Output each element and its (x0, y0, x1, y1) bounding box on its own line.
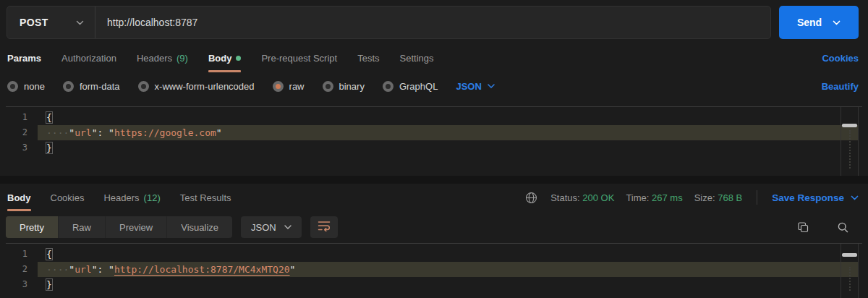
response-body-editor[interactable]: 1 { 2 ····"url": "http://localhost:8787/… (6, 243, 862, 298)
search-icon[interactable] (837, 221, 849, 234)
response-tab-body-label: Body (7, 192, 31, 203)
radio-selected-icon[interactable] (273, 81, 284, 92)
save-response-button[interactable]: Save Response (772, 192, 859, 203)
code-line[interactable]: 3 } (6, 140, 862, 156)
view-mode-pretty[interactable]: Pretty (6, 216, 59, 238)
response-language-label: JSON (251, 222, 276, 233)
method-label: POST (20, 17, 48, 28)
chevron-down-icon (851, 195, 859, 200)
body-type-form-data-label: form-data (80, 81, 120, 92)
chevron-down-icon (488, 84, 495, 88)
view-mode-raw[interactable]: Raw (59, 216, 106, 238)
body-type-none[interactable]: none (7, 81, 45, 92)
body-type-form-data[interactable]: form-data (63, 81, 120, 92)
body-type-raw-label: raw (289, 81, 305, 92)
view-mode-preview-label: Preview (119, 222, 153, 233)
response-tab-cookies-label: Cookies (51, 192, 85, 203)
code-line: 3 } (6, 277, 862, 292)
body-type-urlencoded-label: x-www-form-urlencoded (155, 81, 255, 92)
radio-icon[interactable] (383, 81, 393, 92)
response-tab-cookies[interactable]: Cookies (51, 184, 85, 211)
chevron-down-icon (76, 20, 84, 25)
quote: " (290, 264, 296, 275)
cookies-link[interactable]: Cookies (822, 53, 859, 64)
chevron-down-icon[interactable] (833, 20, 841, 25)
view-mode-visualize[interactable]: Visualize (167, 216, 232, 238)
body-type-graphql[interactable]: GraphQL (383, 81, 438, 92)
tab-body-label: Body (208, 53, 232, 64)
copy-icon[interactable] (797, 221, 809, 234)
line-number: 1 (6, 110, 35, 125)
response-tab-headers-label: Headers (103, 192, 139, 203)
editor-scrollbar-track[interactable] (841, 244, 859, 298)
response-headers-count-badge: (12) (144, 192, 161, 203)
status-value: 200 OK (582, 192, 614, 203)
send-label: Send (797, 17, 822, 28)
vertical-divider (757, 190, 757, 205)
radio-icon[interactable] (138, 81, 149, 92)
size-item: Size: 768 B (694, 192, 743, 203)
response-tab-body[interactable]: Body (7, 184, 31, 211)
radio-icon[interactable] (7, 81, 18, 92)
radio-icon[interactable] (323, 81, 333, 92)
tab-tests[interactable]: Tests (357, 43, 379, 72)
body-type-binary[interactable]: binary (323, 81, 365, 92)
scrollbar-thumb[interactable] (842, 253, 857, 257)
tab-authorization[interactable]: Authorization (61, 43, 116, 72)
scrollbar-thumb[interactable] (842, 124, 857, 127)
code-text[interactable]: } (35, 140, 862, 156)
url-input[interactable] (95, 7, 770, 38)
status-label: Status: (550, 192, 579, 203)
quote: " (69, 127, 75, 138)
view-mode-preview[interactable]: Preview (106, 216, 167, 238)
send-button[interactable]: Send (779, 6, 859, 39)
tab-headers-label: Headers (137, 53, 172, 64)
headers-count-badge: (9) (176, 53, 188, 64)
json-key: url (75, 127, 91, 138)
wrap-lines-button[interactable] (310, 216, 338, 238)
radio-icon[interactable] (63, 81, 74, 92)
tab-prerequest-script[interactable]: Pre-request Script (261, 43, 337, 72)
tab-params-label: Params (7, 53, 41, 64)
request-bar: POST Send (0, 0, 868, 43)
tab-headers[interactable]: Headers (9) (137, 43, 188, 72)
save-response-label: Save Response (772, 192, 844, 203)
url-group: POST (7, 6, 771, 39)
beautify-link[interactable]: Beautify (822, 81, 859, 92)
code-line[interactable]: 1 { (6, 110, 862, 125)
response-language-dropdown[interactable]: JSON (241, 216, 302, 238)
response-toolbar: Pretty Raw Preview Visualize JSON (0, 211, 868, 243)
code-text: } (35, 277, 862, 292)
whitespace-dots: ···· (46, 127, 69, 138)
request-language-label: JSON (456, 81, 481, 92)
line-number: 1 (6, 247, 35, 262)
response-tab-headers[interactable]: Headers (12) (103, 184, 160, 211)
open-brace: { (46, 249, 52, 260)
view-mode-visualize-label: Visualize (181, 222, 218, 233)
response-tab-test-results[interactable]: Test Results (180, 184, 231, 211)
method-dropdown[interactable]: POST (7, 7, 95, 38)
request-body-editor[interactable]: 1 { 2 ····"url": "https://google.com" 3 … (6, 106, 862, 176)
tab-body[interactable]: Body (208, 43, 242, 72)
view-mode-raw-label: Raw (72, 222, 91, 233)
code-line-highlighted[interactable]: 2 ····"url": "https://google.com" (6, 125, 862, 140)
pane-divider (0, 176, 868, 184)
punctuation: ": " (92, 264, 114, 275)
globe-icon[interactable] (525, 192, 537, 204)
punctuation: ": " (92, 127, 114, 138)
body-type-urlencoded[interactable]: x-www-form-urlencoded (138, 81, 255, 92)
body-type-binary-label: binary (339, 81, 365, 92)
request-language-dropdown[interactable]: JSON (456, 81, 494, 92)
body-type-graphql-label: GraphQL (399, 81, 438, 92)
editor-scrollbar-track[interactable] (841, 107, 859, 176)
json-string-value: https://google.com (114, 127, 216, 138)
line-number: 2 (6, 262, 35, 277)
tab-params[interactable]: Params (7, 43, 41, 72)
response-url-link[interactable]: http://localhost:8787/MC4xMTQ20 (114, 264, 290, 275)
response-meta: Status: 200 OK Time: 267 ms Size: 768 B … (525, 190, 859, 205)
code-text[interactable]: ····"url": "https://google.com" (35, 125, 862, 140)
status-item: Status: 200 OK (550, 192, 614, 203)
body-type-raw[interactable]: raw (273, 81, 305, 92)
code-text[interactable]: { (35, 110, 862, 125)
tab-settings[interactable]: Settings (400, 43, 434, 72)
